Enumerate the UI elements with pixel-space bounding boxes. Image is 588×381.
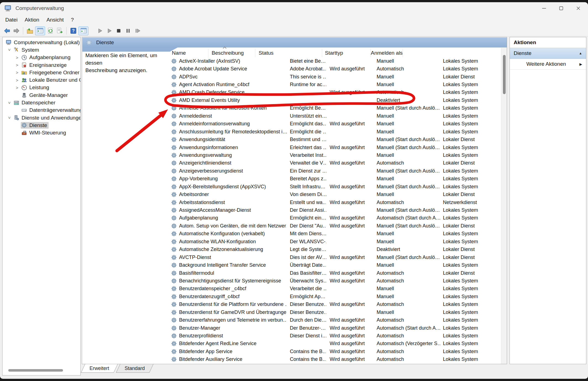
vertical-scrollbar-thumb[interactable] [503,55,506,94]
expander-icon[interactable] [6,100,13,105]
table-row[interactable]: Benutzerdatenspeicher _c4bcf Verarbeitet… [169,285,500,293]
table-row[interactable]: Anmeldeinformationsverwaltung Ermöglicht… [169,120,500,128]
expander-icon[interactable] [6,47,13,52]
pause-icon[interactable] [124,27,132,35]
actions-group-dienste[interactable]: Dienste ▲ [510,48,586,59]
maximize-icon[interactable] [553,2,570,14]
table-row[interactable]: ADPSvc This service is … Manuell Lokaler… [169,73,500,81]
service-startup-type: Manuell [373,152,440,158]
table-row[interactable]: Aufgabenplanung Ermöglicht ein… Wird aus… [169,214,500,222]
table-row[interactable]: Benutzerdatenzugriff_c4bcf Ermöglicht Ap… [169,293,500,300]
close-icon[interactable] [570,2,587,14]
table-row[interactable]: Adobe Acrobat Update Service Adobe Acrob… [169,65,500,73]
table-row[interactable]: Anmelde-Assistent für Microsoft-Konten E… [169,104,500,112]
expander-icon[interactable] [14,70,21,75]
horizontal-scrollbar-thumb[interactable] [8,369,63,372]
console-window-icon[interactable] [35,27,45,35]
service-name: Anwendungsverwaltung [179,152,232,158]
table-row[interactable]: App-Vorbereitung Bereitet Apps z… Manuel… [169,175,500,183]
expander-icon[interactable] [14,63,21,67]
table-row[interactable]: Benutzerdienst für die Plattform für ver… [169,301,500,308]
column-header[interactable]: Status [255,49,322,57]
table-row[interactable]: Anmeldedienst Unterstützt ein… Manuell L… [169,112,500,120]
view-tab[interactable]: Erweitert [83,364,116,373]
sidebar-item[interactable]: Datenspeicher [2,99,80,106]
table-row[interactable]: Arbeitsstationsdienst Erstellt und wa… W… [169,199,500,206]
sidebar-item[interactable]: Geräte-Manager [2,91,80,99]
column-header[interactable]: Name [169,49,208,57]
table-row[interactable]: Anzeigeverbesserungsdienst Ein Dienst zu… [169,167,500,175]
sidebar-item[interactable]: Computerverwaltung (Lokal) [2,39,80,46]
table-row[interactable]: AVCTP-Dienst Dies ist der AV… Wird ausge… [169,253,500,261]
export-list-icon[interactable] [56,27,64,35]
sidebar-item[interactable]: Freigegebene Ordner [2,69,80,76]
table-row[interactable]: Automatische Zeitzonenaktualisierung Leg… [169,246,500,253]
sidebar-item[interactable]: Lokale Benutzer und Gru [2,76,80,84]
table-row[interactable]: Bitdefender Agent RedLine Service Wird a… [169,340,500,348]
forward-icon[interactable] [12,27,20,35]
column-header[interactable]: Beschreibung [208,49,255,57]
table-row[interactable]: Arbeitsordner Von diesem Di… Manuell Lok… [169,190,500,198]
table-row[interactable]: Agent Activation Runtime_c4bcf Runtime f… [169,81,500,88]
column-header[interactable]: Starttyp [322,49,371,57]
table-row[interactable]: Benutzer-Manager Der Benutzer-… Wird aus… [169,324,500,332]
sidebar-item[interactable]: System [2,46,80,54]
view-tab[interactable]: Standard [118,364,151,373]
refresh-icon[interactable] [46,27,54,35]
sidebar-item[interactable]: Dienste [2,121,80,129]
table-row[interactable]: AssignedAccessManager-Dienst Der Dienst … [169,206,500,214]
vertical-scrollbar[interactable] [501,48,507,364]
sidebar-item[interactable]: WMI-Steuerung [2,129,80,137]
table-row[interactable]: Anschlussumleitung für Remotedesktopdien… [169,128,500,136]
table-row[interactable]: Anwendungsidentität Bestimmt und … Manue… [169,136,500,143]
help-icon[interactable]: ? [69,27,77,35]
expander-icon[interactable] [14,85,21,90]
table-row[interactable]: Bitdefender App Service Contains the B… … [169,348,500,355]
menu-item[interactable]: Datei [2,16,21,24]
table-row[interactable]: Anzeigerichtliniendienst Verwaltet die V… [169,159,500,167]
table-row[interactable]: ActiveX-Installer (AxInstSV) Bietet eine… [169,57,500,65]
service-name: ADPSvc [179,74,198,80]
table-row[interactable]: Autom. Setup von Geräten, die mit dem Ne… [169,222,500,230]
table-row[interactable]: AppX-Bereitstellungsdienst (AppXSVC) Ste… [169,183,500,190]
collapse-icon[interactable]: ▲ [579,51,582,55]
toolbar-button[interactable] [23,27,23,35]
table-row[interactable]: Automatische WLAN-Konfiguration Der WLAN… [169,238,500,245]
table-row[interactable]: Benutzerdienst für GameDVR und Übertragu… [169,308,500,316]
sidebar-item[interactable]: Leistung [2,84,80,91]
show-tree-icon[interactable] [26,27,34,35]
column-header[interactable]: Anmelden als [371,49,403,57]
resume-icon[interactable] [133,27,141,35]
actions-item-weitere-aktionen[interactable]: Weitere Aktionen ▶ [510,59,586,70]
stop-icon[interactable] [114,27,123,35]
table-row[interactable]: Benutzerprofildienst Dieser Dienst i… Wi… [169,332,500,340]
sidebar-item[interactable]: Aufgabenplanung [2,54,80,61]
table-row[interactable]: Benachrichtigungsdienst für Systemereign… [169,277,500,285]
table-row[interactable]: Bitdefender Auxiliary Service Contains t… [169,356,500,363]
table-row[interactable]: Benutzererfahrungen und Telemetrie im ve… [169,316,500,324]
menu-item[interactable]: Aktion [21,16,43,24]
expander-icon[interactable] [14,55,21,60]
expander-icon[interactable] [6,115,13,120]
action-pane-icon[interactable] [78,27,88,35]
back-icon[interactable] [3,27,11,35]
toolbar-button[interactable] [66,27,67,35]
sidebar-item[interactable]: Ereignisanzeige [2,61,80,69]
menu-item[interactable]: Ansicht [43,16,67,24]
play-icon[interactable] [96,27,104,35]
sidebar-item[interactable]: Datenträgerverwaltung [2,107,80,114]
table-row[interactable]: Anwendungsinformationen Erleichtert das … [169,144,500,151]
service-startup-type: Manuell [373,58,440,64]
menu-item[interactable]: ? [67,16,77,24]
table-row[interactable]: AMD External Events Utility Deaktiviert … [169,96,500,104]
table-row[interactable]: Automatische Konfiguration (verkabelt) M… [169,230,500,238]
minimize-icon[interactable] [536,2,553,14]
table-row[interactable]: Anwendungsverwaltung Verarbeitet Inst… M… [169,151,500,159]
table-row[interactable]: AMD Crash Defender Service Wird ausgefüh… [169,89,500,96]
service-name: AMD External Events Utility [179,97,240,103]
table-row[interactable]: Basisfiltermodul Das Basisfilter… Wird a… [169,269,500,277]
sidebar-item[interactable]: Dienste und Anwendungen [2,114,80,121]
table-row[interactable]: Background Intelligent Transfer Service … [169,261,500,269]
play-icon[interactable] [105,27,113,35]
expander-icon[interactable] [14,78,21,83]
